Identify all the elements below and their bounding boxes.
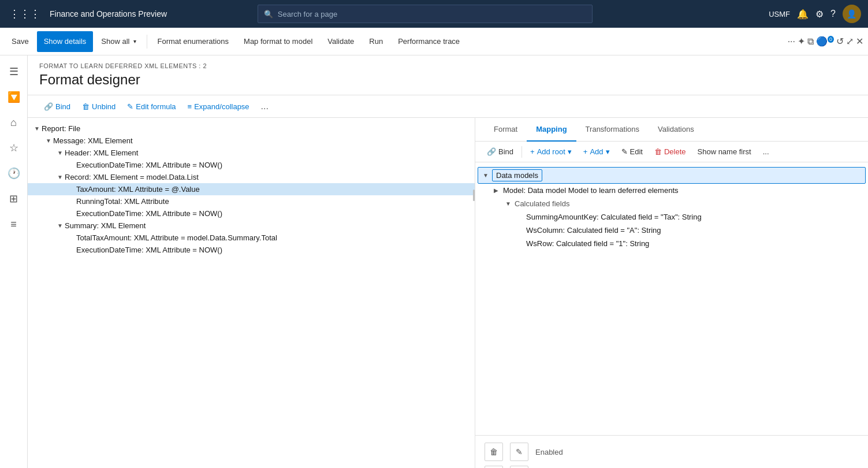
nav-grid-icon[interactable]: ⋮⋮⋮ bbox=[7, 5, 43, 23]
dm-arrow-root[interactable]: ▼ bbox=[483, 172, 492, 179]
show-details-button[interactable]: Show details bbox=[37, 31, 94, 52]
separator-1 bbox=[147, 35, 147, 49]
add-root-button[interactable]: + Add root ▾ bbox=[526, 145, 576, 158]
tree-label-taxamount: TaxAmount: XML Attribute = @.Value bbox=[76, 185, 200, 194]
sep1 bbox=[521, 146, 522, 158]
sidebar-item-list[interactable]: ≡ bbox=[2, 213, 25, 236]
layout-icon[interactable]: ⧉ bbox=[807, 36, 814, 47]
format-enumerations-button[interactable]: Format enumerations bbox=[151, 31, 236, 52]
toolbar-right: ··· ✦ ⧉ 🔵0 ↺ ⤢ ✕ bbox=[788, 36, 863, 47]
tree-label-execdt3: ExecutionDateTime: XML Attribute = NOW() bbox=[76, 246, 222, 254]
tree-node-runningtotal[interactable]: RunningTotal: XML Attribute bbox=[28, 195, 475, 207]
tree-arrow-header[interactable]: ▼ bbox=[55, 150, 65, 156]
tab-validations[interactable]: Validations bbox=[649, 118, 703, 142]
validate-button[interactable]: Validate bbox=[321, 31, 361, 52]
enabled-delete-button[interactable]: 🗑 bbox=[485, 443, 503, 461]
dm-node-model[interactable]: ▶ Model: Data model Model to learn defer… bbox=[475, 184, 868, 197]
enabled-edit-button[interactable]: ✎ bbox=[510, 443, 528, 461]
expand-collapse-button[interactable]: ≡ Expand/collapse bbox=[183, 100, 254, 113]
tree-node-message[interactable]: ▼ Message: XML Element bbox=[28, 135, 475, 147]
tab-transformations[interactable]: Transformations bbox=[576, 118, 649, 142]
tree-node-totaltax[interactable]: TotalTaxAmount: XML Attribute = model.Da… bbox=[28, 232, 475, 244]
sidebar-item-star[interactable]: ☆ bbox=[2, 136, 25, 159]
show-name-first-button[interactable]: Show name first bbox=[693, 145, 756, 158]
help-icon[interactable]: ? bbox=[830, 9, 836, 19]
sidebar-item-filter[interactable]: 🔽 bbox=[2, 86, 25, 109]
collected-edit-button[interactable]: ✎ bbox=[510, 466, 528, 468]
show-all-button[interactable]: Show all ▾ bbox=[94, 31, 143, 52]
mapping-toolbar: 🔗 Bind + Add root ▾ + Add ▾ bbox=[475, 142, 868, 162]
tree-node-execdt1[interactable]: ExecutionDateTime: XML Attribute = NOW() bbox=[28, 159, 475, 171]
dm-node-summing[interactable]: SummingAmountKey: Calculated field = "Ta… bbox=[475, 210, 868, 224]
app-layout: ☰ 🔽 ⌂ ☆ 🕐 ⊞ ≡ FORMAT TO LEARN DEFERRED X… bbox=[0, 55, 868, 468]
delete-button[interactable]: 🗑 Delete bbox=[650, 145, 691, 158]
show-name-first-label: Show name first bbox=[698, 147, 751, 156]
tree-arrow-summary[interactable]: ▼ bbox=[55, 222, 65, 229]
action-bar: 🔗 Bind 🗑 Unbind ✎ Edit formula ≡ Expand/… bbox=[28, 95, 868, 118]
avatar[interactable]: 👤 bbox=[843, 5, 861, 23]
dm-label-root: Data models bbox=[492, 169, 542, 181]
add-button[interactable]: + Add ▾ bbox=[579, 145, 614, 158]
sidebar-item-recent[interactable]: 🕐 bbox=[2, 162, 25, 185]
close-icon[interactable]: ✕ bbox=[856, 36, 863, 47]
more-icon[interactable]: ··· bbox=[788, 36, 795, 47]
more-mapping-btn[interactable]: ... bbox=[758, 145, 774, 158]
badge-icon[interactable]: 🔵0 bbox=[816, 36, 834, 47]
pin-icon[interactable]: ✦ bbox=[798, 36, 805, 47]
edit-button[interactable]: ✎ Edit bbox=[617, 145, 647, 158]
tree-node-execdt3[interactable]: ExecutionDateTime: XML Attribute = NOW() bbox=[28, 244, 475, 256]
mapping-bind-button[interactable]: 🔗 Bind bbox=[482, 145, 518, 158]
tree-node-execdt2[interactable]: ExecutionDateTime: XML Attribute = NOW() bbox=[28, 207, 475, 220]
dm-node-wscolumn[interactable]: WsColumn: Calculated field = "A": String bbox=[475, 224, 868, 237]
main-toolbar: Save Show details Show all ▾ Format enum… bbox=[0, 28, 868, 55]
collected-delete-button[interactable]: 🗑 bbox=[485, 466, 503, 468]
dm-label-model: Model: Data model Model to learn deferre… bbox=[503, 186, 679, 195]
unbind-button[interactable]: 🗑 Unbind bbox=[77, 100, 120, 113]
edit-formula-label: Edit formula bbox=[136, 102, 176, 111]
add-icon: + bbox=[583, 147, 588, 156]
edit-formula-button[interactable]: ✎ Edit formula bbox=[122, 100, 180, 113]
tree-label-record: Record: XML Element = model.Data.List bbox=[65, 173, 199, 181]
tab-mapping[interactable]: Mapping bbox=[527, 118, 576, 142]
refresh-icon[interactable]: ↺ bbox=[836, 36, 844, 47]
tree-label-totaltax: TotalTaxAmount: XML Attribute = model.Da… bbox=[76, 233, 277, 242]
tree-node-report[interactable]: ▼ Report: File bbox=[28, 122, 475, 135]
tree-label-header: Header: XML Element bbox=[65, 148, 138, 157]
tab-format[interactable]: Format bbox=[485, 118, 527, 142]
notification-icon[interactable]: 🔔 bbox=[797, 9, 809, 20]
sidebar-item-home[interactable]: ⌂ bbox=[2, 111, 25, 134]
bind-button[interactable]: 🔗 Bind bbox=[39, 100, 75, 113]
performance-trace-button[interactable]: Performance trace bbox=[391, 31, 467, 52]
add-root-caret: ▾ bbox=[568, 147, 572, 156]
map-format-to-model-button[interactable]: Map format to model bbox=[237, 31, 319, 52]
tree-node-record[interactable]: ▼ Record: XML Element = model.Data.List bbox=[28, 171, 475, 183]
tree-label-message: Message: XML Element bbox=[53, 136, 133, 145]
format-pane: ▼ Report: File ▼ Message: XML Element ▼ … bbox=[28, 118, 475, 468]
tree-node-summary[interactable]: ▼ Summary: XML Element bbox=[28, 220, 475, 232]
run-button[interactable]: Run bbox=[362, 31, 390, 52]
tree-arrow-record[interactable]: ▼ bbox=[55, 174, 65, 180]
split-pane: ▼ Report: File ▼ Message: XML Element ▼ … bbox=[28, 118, 868, 468]
expand-icon[interactable]: ⤢ bbox=[846, 36, 854, 47]
tree-arrow-message[interactable]: ▼ bbox=[44, 138, 53, 144]
settings-icon[interactable]: ⚙ bbox=[815, 9, 824, 20]
save-button[interactable]: Save bbox=[5, 31, 36, 52]
tree-node-taxamount[interactable]: TaxAmount: XML Attribute = @.Value bbox=[28, 183, 475, 195]
dm-arrow-calcfields[interactable]: ▼ bbox=[505, 200, 515, 207]
tree-label-report: Report: File bbox=[42, 124, 80, 133]
more-actions-button[interactable]: ... bbox=[256, 99, 273, 114]
mapping-bind-label: Bind bbox=[498, 147, 513, 156]
tree-arrow-report[interactable]: ▼ bbox=[32, 125, 42, 132]
sidebar-item-grid[interactable]: ⊞ bbox=[2, 187, 25, 210]
tree-label-execdt1: ExecutionDateTime: XML Attribute = NOW() bbox=[76, 161, 222, 169]
dm-node-wsrow[interactable]: WsRow: Calculated field = "1": String bbox=[475, 237, 868, 250]
dm-arrow-model[interactable]: ▶ bbox=[494, 187, 503, 194]
tree-node-header[interactable]: ▼ Header: XML Element bbox=[28, 147, 475, 159]
dm-node-calcfields[interactable]: ▼ Calculated fields bbox=[475, 197, 868, 210]
sidebar-item-menu[interactable]: ☰ bbox=[2, 60, 25, 83]
tree-label-summary: Summary: XML Element bbox=[65, 221, 146, 230]
dm-node-root[interactable]: ▼ Data models bbox=[478, 167, 866, 184]
main-content: FORMAT TO LEARN DEFERRED XML ELEMENTS : … bbox=[28, 55, 868, 468]
data-model-tree: ▼ Data models ▶ Model: Data model Model … bbox=[475, 162, 868, 435]
search-bar[interactable]: 🔍 Search for a page bbox=[258, 5, 593, 23]
